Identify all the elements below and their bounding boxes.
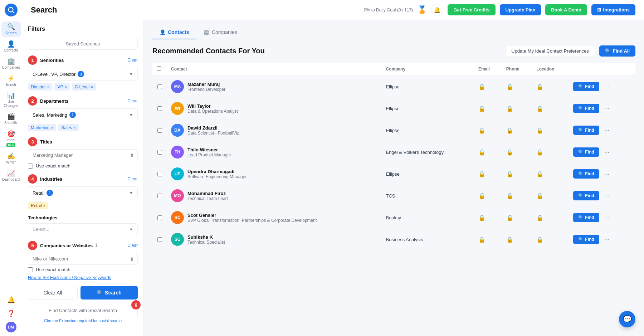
row-checkbox-4[interactable] xyxy=(157,150,162,155)
phone-cell: 🔒 xyxy=(502,229,532,250)
row-checkbox-5[interactable] xyxy=(157,172,162,176)
contact-avatar: SC xyxy=(171,211,184,224)
find-button-1[interactable]: 🔍 Find xyxy=(573,82,599,91)
row-checkbox-2[interactable] xyxy=(157,106,162,111)
more-button-2[interactable]: ··· xyxy=(601,103,613,114)
companies-exact-checkbox[interactable] xyxy=(28,267,33,272)
sidebar-item-enrich[interactable]: ⚡ Enrich xyxy=(1,73,21,89)
more-button-1[interactable]: ··· xyxy=(601,82,613,92)
more-button-8[interactable]: ··· xyxy=(601,234,613,245)
titles-upload-icon[interactable]: ⬆ xyxy=(130,152,134,158)
chat-bubble-button[interactable]: 💬 xyxy=(619,311,635,327)
departments-clear-button[interactable]: Clear xyxy=(127,98,138,103)
companies-websites-header: 5 Companies or Websites ℹ Clear xyxy=(28,241,138,250)
sidebar-item-dashboard[interactable]: 📈 Dashboard xyxy=(1,168,21,184)
app-logo[interactable] xyxy=(5,4,18,16)
daily-goal-text: 0% to Daily Goal (0 / 117) xyxy=(364,8,413,13)
sidebar-item-writer[interactable]: ✍️ Writer xyxy=(1,151,21,166)
contact-name: Thilo Wiesner xyxy=(187,147,231,152)
more-button-7[interactable]: ··· xyxy=(601,213,613,223)
more-button-4[interactable]: ··· xyxy=(601,147,613,157)
industries-dropdown[interactable]: Retail 1 ▼ xyxy=(28,186,138,199)
sidebar-item-salesflix[interactable]: 🎬 Salesflix xyxy=(1,111,21,127)
companies-upload-icon[interactable]: ⬆ xyxy=(130,256,134,262)
contact-avatar: DA xyxy=(171,124,184,137)
upgrade-plan-button[interactable]: Upgrade Plan xyxy=(500,4,541,15)
tab-contacts[interactable]: 👤 Contacts xyxy=(152,26,196,39)
search-button[interactable]: 🔍 Search xyxy=(80,286,138,300)
contacts-title: Recommended Contacts For You xyxy=(152,47,265,55)
table-row: SU Subiksha K Technical Specialist Busin… xyxy=(152,229,635,250)
sidebar-item-search[interactable]: 🔍 Search xyxy=(1,21,21,37)
titles-exact-match[interactable]: Use exact match xyxy=(28,163,138,169)
contacts-panel: 👤 Contacts 🏢 Companies Recommended Conta… xyxy=(144,20,644,336)
sidebar-item-job-changes[interactable]: 📊 Job Changes xyxy=(1,90,21,110)
contact-title: SVP Global Transformation, Partnerships … xyxy=(187,218,317,223)
col-email: Email xyxy=(474,63,502,76)
seniorities-dropdown[interactable]: C-Level, VP, Director 3 ▼ xyxy=(28,68,138,81)
industries-clear-button[interactable]: Clear xyxy=(127,176,138,181)
more-button-6[interactable]: ··· xyxy=(601,191,613,201)
sidebar-item-help[interactable]: ❓ xyxy=(1,308,21,319)
find-button-6[interactable]: 🔍 Find xyxy=(573,191,599,200)
update-preferences-button[interactable]: Update My Ideal Contact Preferences xyxy=(505,45,595,57)
row-checkbox-7[interactable] xyxy=(157,215,162,220)
sidebar-item-notifications[interactable]: 🔔 xyxy=(1,294,21,305)
action-cell: 🔍 Find ··· xyxy=(569,76,635,98)
book-demo-button[interactable]: Book A Demo xyxy=(545,4,587,15)
find-all-button[interactable]: 🔍 Find All xyxy=(599,45,635,57)
exclusions-help-link[interactable]: How to Set Exclusions / Negative Keyword… xyxy=(28,275,138,280)
find-button-4[interactable]: 🔍 Find xyxy=(573,147,599,157)
find-button-2[interactable]: 🔍 Find xyxy=(573,104,599,113)
companies-input[interactable] xyxy=(28,253,138,265)
clear-all-button[interactable]: Clear All xyxy=(28,286,78,300)
find-button-3[interactable]: 🔍 Find xyxy=(573,126,599,135)
row-checkbox-3[interactable] xyxy=(157,128,162,133)
titles-exact-checkbox[interactable] xyxy=(28,164,33,169)
find-button-7[interactable]: 🔍 Find xyxy=(573,213,599,222)
departments-dropdown[interactable]: Sales, Marketing 2 ▼ xyxy=(28,108,138,121)
tag-retail: Retail × xyxy=(28,202,48,209)
remove-retail-tag[interactable]: × xyxy=(43,204,45,208)
seniorities-count: 3 xyxy=(78,71,84,77)
titles-input[interactable] xyxy=(28,149,138,161)
social-search-button[interactable]: Find Contacts with Social Search xyxy=(28,304,138,317)
find-button-5[interactable]: 🔍 Find xyxy=(573,169,599,179)
remove-sales-tag[interactable]: × xyxy=(73,126,75,130)
technologies-dropdown[interactable]: Select... ▼ xyxy=(28,223,138,235)
writer-icon: ✍️ xyxy=(7,153,15,159)
sidebar-item-companies[interactable]: 🏢 Companies xyxy=(1,56,21,72)
get-free-credits-button[interactable]: Get Free Credits xyxy=(448,4,495,15)
saved-searches-button[interactable]: Saved Searches xyxy=(28,38,138,50)
companies-websites-section: 5 Companies or Websites ℹ Clear ⬆ Use ex… xyxy=(28,241,138,280)
industries-chevron: ▼ xyxy=(129,191,133,195)
companies-exact-match[interactable]: Use exact match xyxy=(28,267,138,272)
more-button-5[interactable]: ··· xyxy=(601,169,613,179)
seniorities-clear-button[interactable]: Clear xyxy=(127,58,138,63)
sidebar-item-contacts[interactable]: 👤 Contacts xyxy=(1,39,21,54)
location-cell: 🔒 xyxy=(532,185,569,207)
remove-clevel-tag[interactable]: × xyxy=(91,85,93,89)
sidebar-item-intent[interactable]: 🎯 Intent New xyxy=(1,128,21,149)
row-checkbox-6[interactable] xyxy=(157,194,162,198)
notification-bell[interactable]: 🔔 xyxy=(431,4,443,16)
more-button-3[interactable]: ··· xyxy=(601,125,613,136)
remove-director-tag[interactable]: × xyxy=(47,85,49,89)
select-all-checkbox[interactable] xyxy=(157,66,161,71)
remove-marketing-tag[interactable]: × xyxy=(51,126,53,130)
remove-vp-tag[interactable]: × xyxy=(64,85,67,89)
companies-websites-clear-button[interactable]: Clear xyxy=(127,243,138,248)
user-avatar[interactable]: DM xyxy=(6,322,16,332)
topbar-right: 0% to Daily Goal (0 / 117) 🏅 🔔 Get Free … xyxy=(364,4,635,16)
integrations-button[interactable]: ⊞ Integrations xyxy=(591,4,635,15)
contact-title: Data Scientist - FootballViz xyxy=(187,131,239,136)
phone-lock-icon: 🔒 xyxy=(506,106,513,112)
find-button-8[interactable]: 🔍 Find xyxy=(573,235,599,244)
row-checkbox-8[interactable] xyxy=(157,237,162,242)
col-company: Company xyxy=(381,63,474,76)
tab-companies[interactable]: 🏢 Companies xyxy=(196,26,244,39)
row-checkbox-1[interactable] xyxy=(157,84,162,89)
find-icon: 🔍 xyxy=(578,171,584,176)
action-cell: 🔍 Find ··· xyxy=(569,141,635,163)
sidebar-label-dashboard: Dashboard xyxy=(2,177,20,181)
